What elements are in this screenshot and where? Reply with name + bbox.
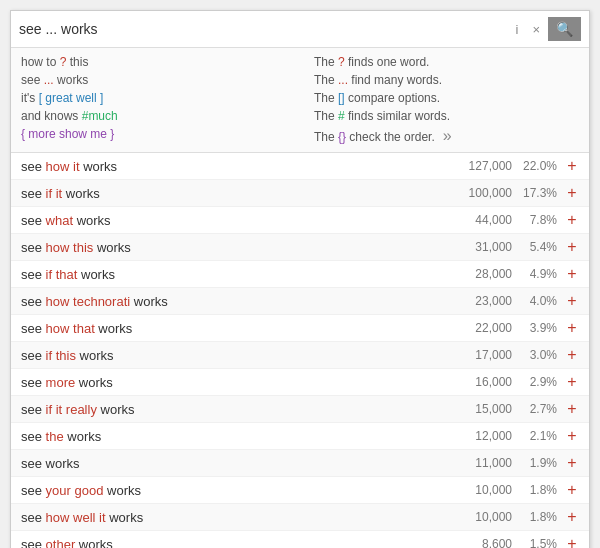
result-pct: 1.5% (512, 537, 557, 548)
hint-right-0: The ? finds one word. (314, 55, 429, 69)
result-count: 17,000 (442, 348, 512, 362)
hints-grid: how to ? this The ? finds one word. see … (21, 54, 579, 146)
hint-left-2: it's [ great well ] (21, 91, 103, 105)
search-icon: 🔍 (556, 21, 573, 37)
table-row: see the works 12,000 2.1% + (11, 423, 589, 450)
add-button[interactable]: + (565, 535, 579, 548)
result-count: 16,000 (442, 375, 512, 389)
result-pct: 3.0% (512, 348, 557, 362)
main-container: i × 🔍 how to ? this The ? finds one word… (10, 10, 590, 548)
hint-row-1: see ... works (21, 72, 290, 88)
table-row: see more works 16,000 2.9% + (11, 369, 589, 396)
result-pct: 1.8% (512, 483, 557, 497)
table-row: see how that works 22,000 3.9% + (11, 315, 589, 342)
hint-left-4: { more show me } (21, 127, 114, 141)
result-pct: 2.7% (512, 402, 557, 416)
table-row: see if it works 100,000 17.3% + (11, 180, 589, 207)
hint-left-1: see ... works (21, 73, 88, 87)
result-pct: 7.8% (512, 213, 557, 227)
hint-desc-1: The ... find many words. (310, 72, 579, 88)
add-button[interactable]: + (565, 427, 579, 445)
result-text: see if it works (21, 186, 442, 201)
result-pct: 2.1% (512, 429, 557, 443)
table-row: see works 11,000 1.9% + (11, 450, 589, 477)
result-pct: 4.9% (512, 267, 557, 281)
result-count: 10,000 (442, 510, 512, 524)
add-button[interactable]: + (565, 400, 579, 418)
hint-right-4: The {} check the order. (314, 130, 435, 144)
result-text: see how it works (21, 159, 442, 174)
hint-left-0: how to ? this (21, 55, 88, 69)
result-text: see how this works (21, 240, 442, 255)
close-icon[interactable]: × (528, 20, 544, 39)
table-row: see if it really works 15,000 2.7% + (11, 396, 589, 423)
add-button[interactable]: + (565, 238, 579, 256)
table-row: see how technorati works 23,000 4.0% + (11, 288, 589, 315)
table-row: see other works 8,600 1.5% + (11, 531, 589, 548)
result-count: 12,000 (442, 429, 512, 443)
hint-right-1: The ... find many words. (314, 73, 442, 87)
result-count: 11,000 (442, 456, 512, 470)
add-button[interactable]: + (565, 454, 579, 472)
result-pct: 2.9% (512, 375, 557, 389)
hint-desc-0: The ? finds one word. (310, 54, 579, 70)
more-arrow[interactable]: » (443, 127, 452, 145)
result-count: 10,000 (442, 483, 512, 497)
result-text: see how well it works (21, 510, 442, 525)
add-button[interactable]: + (565, 292, 579, 310)
table-row: see how this works 31,000 5.4% + (11, 234, 589, 261)
table-row: see how it works 127,000 22.0% + (11, 153, 589, 180)
info-icon[interactable]: i (512, 20, 523, 39)
results-list: see how it works 127,000 22.0% + see if … (11, 153, 589, 548)
search-input[interactable] (19, 21, 512, 37)
hint-desc-2: The [] compare options. (310, 90, 579, 106)
table-row: see how well it works 10,000 1.8% + (11, 504, 589, 531)
result-count: 44,000 (442, 213, 512, 227)
hint-right-3: The # finds similar words. (314, 109, 450, 123)
result-count: 23,000 (442, 294, 512, 308)
result-text: see your good works (21, 483, 442, 498)
search-button[interactable]: 🔍 (548, 17, 581, 41)
result-pct: 5.4% (512, 240, 557, 254)
hint-row-2: it's [ great well ] (21, 90, 290, 106)
result-text: see more works (21, 375, 442, 390)
result-text: see if this works (21, 348, 442, 363)
result-pct: 22.0% (512, 159, 557, 173)
hint-row-3: and knows #much (21, 108, 290, 124)
result-count: 28,000 (442, 267, 512, 281)
result-count: 22,000 (442, 321, 512, 335)
add-button[interactable]: + (565, 508, 579, 526)
hint-left-3: and knows #much (21, 109, 118, 123)
add-button[interactable]: + (565, 265, 579, 283)
search-bar: i × 🔍 (11, 11, 589, 48)
result-text: see if it really works (21, 402, 442, 417)
add-button[interactable]: + (565, 184, 579, 202)
hints-section: how to ? this The ? finds one word. see … (11, 48, 589, 153)
table-row: see what works 44,000 7.8% + (11, 207, 589, 234)
add-button[interactable]: + (565, 319, 579, 337)
result-text: see what works (21, 213, 442, 228)
add-button[interactable]: + (565, 157, 579, 175)
result-pct: 17.3% (512, 186, 557, 200)
add-button[interactable]: + (565, 211, 579, 229)
result-text: see if that works (21, 267, 442, 282)
result-count: 8,600 (442, 537, 512, 548)
hint-desc-3: The # finds similar words. (310, 108, 579, 124)
result-count: 31,000 (442, 240, 512, 254)
add-button[interactable]: + (565, 346, 579, 364)
result-count: 15,000 (442, 402, 512, 416)
add-button[interactable]: + (565, 373, 579, 391)
result-text: see how technorati works (21, 294, 442, 309)
search-icons: i × (512, 20, 544, 39)
result-pct: 1.9% (512, 456, 557, 470)
result-pct: 3.9% (512, 321, 557, 335)
result-text: see the works (21, 429, 442, 444)
table-row: see if this works 17,000 3.0% + (11, 342, 589, 369)
add-button[interactable]: + (565, 481, 579, 499)
hint-right-2: The [] compare options. (314, 91, 440, 105)
result-pct: 1.8% (512, 510, 557, 524)
table-row: see if that works 28,000 4.9% + (11, 261, 589, 288)
result-count: 100,000 (442, 186, 512, 200)
result-text: see other works (21, 537, 442, 549)
result-text: see works (21, 456, 442, 471)
